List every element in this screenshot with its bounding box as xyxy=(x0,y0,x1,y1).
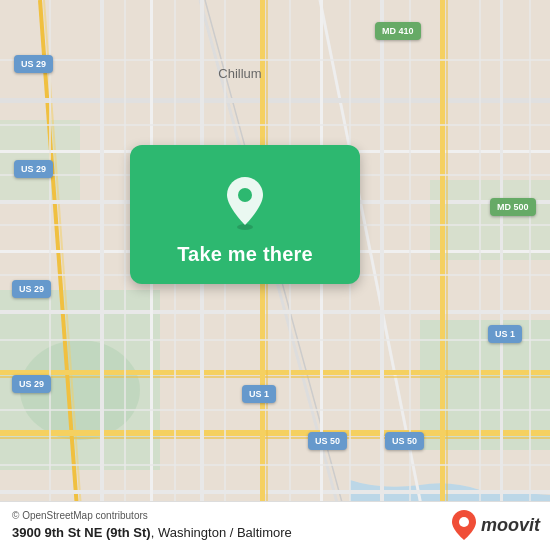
svg-rect-15 xyxy=(0,310,550,314)
route-badge-us29-3: US 29 xyxy=(12,280,51,298)
route-badge-us1-right: US 1 xyxy=(488,325,522,343)
take-me-there-card[interactable]: Take me there xyxy=(130,145,360,284)
route-badge-md500: MD 500 xyxy=(490,198,536,216)
route-badge-us1-center: US 1 xyxy=(242,385,276,403)
route-badge-us50-1: US 50 xyxy=(385,432,424,450)
svg-rect-17 xyxy=(0,376,550,378)
svg-text:Chillum: Chillum xyxy=(218,66,261,81)
svg-rect-20 xyxy=(0,490,550,494)
location-label: 3900 9th St NE (9th St), Washington / Ba… xyxy=(12,525,292,540)
route-badge-md410: MD 410 xyxy=(375,22,421,40)
route-badge-us29-2: US 29 xyxy=(14,160,53,178)
svg-rect-18 xyxy=(0,430,550,436)
location-pin-icon xyxy=(221,175,269,231)
moovit-brand-text: moovit xyxy=(481,515,540,536)
take-me-there-button[interactable]: Take me there xyxy=(177,243,313,266)
moovit-pin-icon xyxy=(452,510,476,540)
svg-point-51 xyxy=(459,517,469,527)
svg-rect-11 xyxy=(0,98,550,103)
map-container: Chillum US 29 US 29 US 29 US 29 MD 410 M… xyxy=(0,0,550,550)
svg-rect-16 xyxy=(0,370,550,375)
route-badge-us50-2: US 50 xyxy=(308,432,347,450)
svg-rect-19 xyxy=(0,437,550,439)
bottom-bar: © OpenStreetMap contributors 3900 9th St… xyxy=(0,501,550,550)
svg-point-50 xyxy=(238,188,252,202)
moovit-logo: moovit xyxy=(452,510,540,540)
route-badge-us29-1: US 29 xyxy=(14,55,53,73)
route-badge-us29-4: US 29 xyxy=(12,375,51,393)
